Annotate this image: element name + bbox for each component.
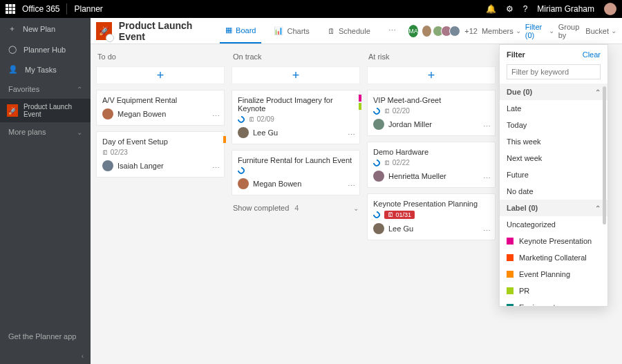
task-more-button[interactable]: ⋯	[212, 112, 220, 121]
groupby-value: Bucket	[585, 27, 609, 35]
add-task-button[interactable]: +	[232, 66, 360, 84]
members-dropdown[interactable]: Members	[482, 27, 521, 35]
add-task-button[interactable]: +	[367, 66, 496, 84]
assignee-name: Lee Gu	[253, 128, 278, 137]
member-stack[interactable]	[435, 26, 460, 37]
show-completed-toggle[interactable]: Show completed 4	[232, 201, 360, 215]
planner-hub-link[interactable]: ◯ Planner Hub	[0, 39, 91, 59]
task-meta: 02/09	[238, 115, 354, 123]
assignee-avatar	[238, 127, 249, 138]
filter-due-option[interactable]: This week	[500, 133, 607, 150]
user-avatar[interactable]	[604, 3, 616, 15]
my-tasks-label: My Tasks	[25, 66, 57, 74]
progress-icon	[372, 106, 381, 115]
suite-name[interactable]: Office 365	[22, 4, 59, 14]
filter-label-uncategorized[interactable]: Uncategorized	[500, 216, 607, 233]
task-title: Finalize Product Imagery for Keynote	[238, 96, 354, 113]
task-more-button[interactable]: ⋯	[483, 122, 491, 131]
assignee-avatar	[373, 171, 384, 182]
favorite-plan-item[interactable]: 🚀 Product Launch Event	[0, 99, 91, 122]
favorite-plan-label: Product Launch Event	[23, 103, 84, 118]
task-more-button[interactable]: ⋯	[483, 227, 491, 236]
task-meta	[238, 167, 354, 174]
filter-clear-button[interactable]: Clear	[583, 50, 601, 59]
groupby-dropdown[interactable]: Group by Bucket	[558, 23, 616, 39]
label-name: Equipment	[519, 303, 556, 307]
task-more-button[interactable]: ⋯	[348, 131, 355, 140]
add-task-button[interactable]: +	[96, 66, 225, 84]
task-card[interactable]: A/V Equipment RentalMegan Bowen⋯	[96, 90, 225, 126]
app-name[interactable]: Planner	[74, 4, 102, 14]
user-name[interactable]: Miriam Graham	[537, 4, 594, 14]
label-swatch	[507, 271, 513, 278]
extra-members-count[interactable]: +12	[464, 27, 478, 35]
filter-group-label[interactable]: Label (0)	[500, 200, 607, 216]
assignee-name: Isaiah Langer	[117, 162, 164, 170]
task-more-button[interactable]: ⋯	[348, 182, 355, 191]
assignee-name: Megan Bowen	[117, 110, 166, 118]
assignee-name: Jordan Miller	[388, 120, 432, 128]
get-app-link[interactable]: Get the Planner app	[0, 325, 91, 347]
task-title: Day of Event Setup	[102, 137, 218, 146]
task-assignee: Megan Bowen	[102, 108, 218, 119]
filter-scrollbar[interactable]	[603, 86, 606, 224]
chevron-down-icon	[611, 27, 616, 35]
task-more-button[interactable]: ⋯	[212, 164, 220, 173]
task-card[interactable]: Keynote Presentation Planning🗓 01/31Lee …	[367, 193, 496, 240]
progress-icon	[236, 166, 246, 175]
app-launcher-icon[interactable]	[6, 4, 15, 14]
filter-due-option[interactable]: No date	[500, 183, 607, 200]
filter-label-option[interactable]: Event Planning	[500, 266, 607, 282]
new-plan-button[interactable]: ＋ New Plan	[0, 18, 91, 39]
filter-label-option[interactable]: PR	[500, 282, 607, 299]
filter-group-due[interactable]: Due (0)	[500, 84, 607, 100]
task-card[interactable]: VIP Meet-and-Greet 02/20Jordan Miller⋯	[367, 90, 496, 136]
task-more-button[interactable]: ⋯	[483, 174, 491, 183]
task-assignee: Henrietta Mueller	[373, 171, 489, 182]
label-name: Marketing Collateral	[519, 253, 587, 262]
member-chip[interactable]: MA	[408, 25, 419, 37]
chevron-down-icon	[516, 27, 521, 35]
divider	[66, 3, 67, 15]
task-card[interactable]: Furniture Rental for Launch EventMegan B…	[232, 150, 360, 195]
more-plans-section[interactable]: More plans	[0, 122, 91, 142]
favorites-section[interactable]: Favorites	[0, 79, 91, 99]
more-menu[interactable]: ⋯	[383, 18, 402, 44]
filter-due-option[interactable]: Future	[500, 166, 607, 183]
collapse-sidebar-button[interactable]	[0, 347, 91, 364]
filter-due-option[interactable]: Next week	[500, 150, 607, 166]
filter-due-option[interactable]: Late	[500, 100, 607, 117]
member-avatar[interactable]	[422, 26, 431, 37]
uncategorized-label: Uncategorized	[507, 220, 556, 229]
due-date: 02/23	[102, 149, 128, 156]
help-icon[interactable]: ?	[523, 4, 528, 14]
tab-charts[interactable]: 📊Charts	[268, 18, 314, 44]
filter-keyword-input[interactable]	[507, 64, 601, 79]
tab-board[interactable]: ▦Board	[220, 18, 261, 44]
tab-schedule[interactable]: 🗓Schedule	[322, 18, 376, 44]
tab-charts-label: Charts	[287, 27, 309, 35]
category-tags	[223, 136, 226, 143]
tab-board-label: Board	[236, 26, 256, 35]
task-card[interactable]: Demo Hardware 02/22Henrietta Mueller⋯	[367, 142, 496, 188]
settings-icon[interactable]: ⚙	[506, 4, 513, 14]
notifications-icon[interactable]: 🔔	[486, 4, 496, 14]
filter-due-option[interactable]: Today	[500, 117, 607, 133]
my-tasks-link[interactable]: 👤 My Tasks	[0, 59, 91, 79]
filter-label-option[interactable]: Equipment	[500, 299, 607, 307]
task-assignee: Lee Gu	[373, 223, 489, 234]
label-name: PR	[519, 287, 529, 295]
filter-label-option[interactable]: Keynote Presentation	[500, 233, 607, 249]
hub-icon: ◯	[8, 45, 17, 54]
task-meta: 02/22	[373, 159, 489, 166]
task-assignee: Jordan Miller	[373, 119, 489, 130]
chevron-down-icon	[549, 27, 554, 35]
task-card[interactable]: Day of Event Setup 02/23Isaiah Langer⋯	[96, 131, 225, 178]
plan-icon[interactable]: 🚀	[96, 22, 112, 40]
task-card[interactable]: Finalize Product Imagery for Keynote 02/…	[232, 90, 360, 144]
filter-label: Filter (0)	[525, 23, 547, 39]
filter-dropdown[interactable]: Filter (0)	[525, 23, 554, 39]
filter-panel: Filter Clear Due (0) LateTodayThis weekN…	[499, 44, 608, 307]
overdue-date: 🗓 01/31	[384, 211, 415, 219]
filter-label-option[interactable]: Marketing Collateral	[500, 249, 607, 266]
